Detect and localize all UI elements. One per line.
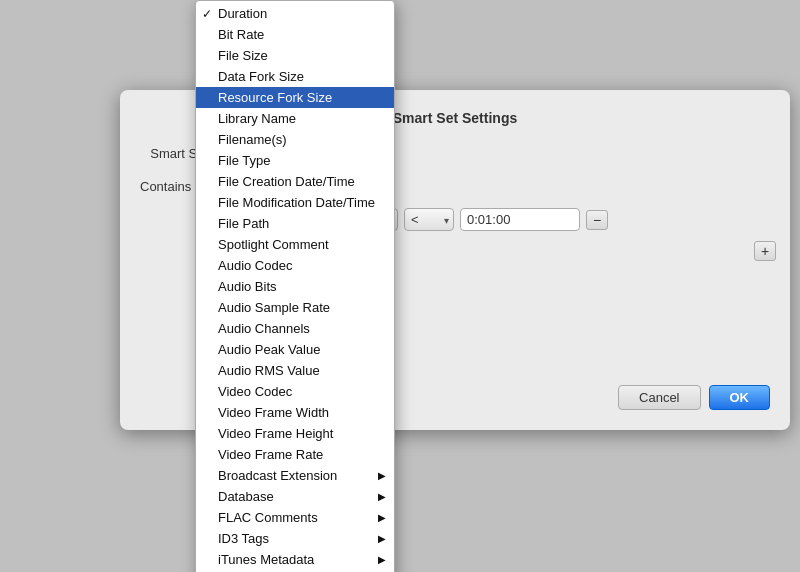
menu-item-audio-peak-value[interactable]: Audio Peak Value [196, 339, 394, 360]
time-value-input[interactable] [460, 208, 580, 231]
criteria-dropdown: DurationBit RateFile SizeData Fork SizeR… [195, 0, 395, 572]
compare-op-select[interactable]: < > = [404, 208, 454, 231]
menu-item-audio-codec[interactable]: Audio Codec [196, 255, 394, 276]
ok-button[interactable]: OK [709, 385, 771, 410]
menu-item-file-path[interactable]: File Path [196, 213, 394, 234]
menu-item-file-modification-date[interactable]: File Modification Date/Time [196, 192, 394, 213]
menu-item-filenames[interactable]: Filename(s) [196, 129, 394, 150]
menu-item-id3-tags[interactable]: ID3 Tags [196, 528, 394, 549]
menu-item-audio-bits[interactable]: Audio Bits [196, 276, 394, 297]
menu-item-flac-comments[interactable]: FLAC Comments [196, 507, 394, 528]
menu-item-library-name[interactable]: Library Name [196, 108, 394, 129]
add-condition-button[interactable]: + [754, 241, 776, 261]
menu-item-video-frame-width[interactable]: Video Frame Width [196, 402, 394, 423]
menu-item-file-creation-date[interactable]: File Creation Date/Time [196, 171, 394, 192]
menu-item-file-type[interactable]: File Type [196, 150, 394, 171]
cancel-button[interactable]: Cancel [618, 385, 700, 410]
menu-item-data-fork-size[interactable]: Data Fork Size [196, 66, 394, 87]
menu-item-spotlight-comment[interactable]: Spotlight Comment [196, 234, 394, 255]
menu-item-file-size[interactable]: File Size [196, 45, 394, 66]
menu-item-audio-rms-value[interactable]: Audio RMS Value [196, 360, 394, 381]
menu-item-itunes-metadata[interactable]: iTunes Metadata [196, 549, 394, 570]
menu-item-video-codec[interactable]: Video Codec [196, 381, 394, 402]
menu-item-video-frame-rate[interactable]: Video Frame Rate [196, 444, 394, 465]
menu-item-duration[interactable]: Duration [196, 3, 394, 24]
remove-condition-button[interactable]: − [586, 210, 608, 230]
menu-item-audio-channels[interactable]: Audio Channels [196, 318, 394, 339]
menu-item-bit-rate[interactable]: Bit Rate [196, 24, 394, 45]
menu-item-broadcast-extension[interactable]: Broadcast Extension [196, 465, 394, 486]
menu-item-database[interactable]: Database [196, 486, 394, 507]
menu-item-audio-sample-rate[interactable]: Audio Sample Rate [196, 297, 394, 318]
menu-item-video-frame-height[interactable]: Video Frame Height [196, 423, 394, 444]
menu-item-resource-fork-size[interactable]: Resource Fork Size [196, 87, 394, 108]
